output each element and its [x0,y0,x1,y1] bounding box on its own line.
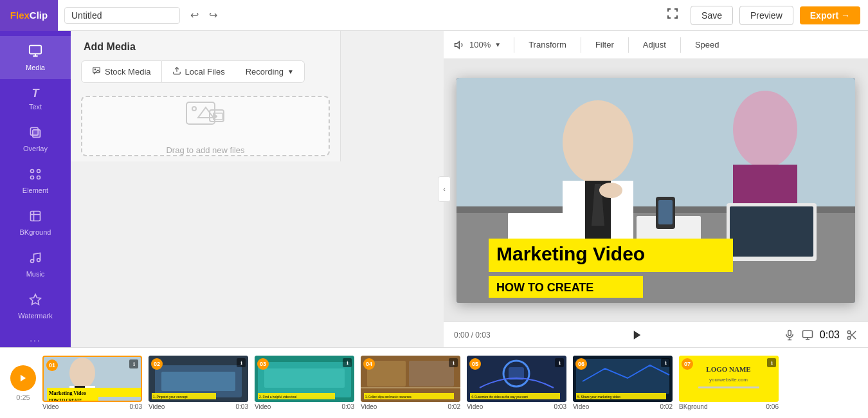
svg-marker-20 [455,41,460,48]
clip-7-info: BKground 0:06 [679,403,779,410]
timeline-clip-4[interactable]: 3. Collect clips and music resources 04 … [361,356,460,410]
sep3 [628,37,629,53]
music-icon [29,251,42,268]
clip-3-info-icon: ℹ [343,358,352,367]
undo-redo-group: ↩ ↪ [186,6,221,24]
save-button[interactable]: Save [691,6,733,25]
sep4 [680,37,681,53]
svg-point-12 [95,69,96,70]
video-frame: Marketing Video HOW TO CREATE [457,78,855,303]
svg-text:LOGO NAME: LOGO NAME [706,365,750,373]
svg-point-28 [599,183,622,198]
scissors-icon[interactable] [846,329,858,341]
clip-7-info-icon: ℹ [767,358,776,367]
local-files-tab[interactable]: Local Files [162,60,235,83]
redo-button[interactable]: ↪ [205,6,221,24]
svg-text:Marketing Video: Marketing Video [496,243,645,264]
svg-text:Marketing Video: Marketing Video [49,390,86,396]
clip-3-info: Video 0:03 [255,403,354,410]
play-icon [631,329,643,341]
svg-point-24 [563,100,633,184]
drop-zone-text: Drag to add new files [166,145,244,155]
sidebar-item-text[interactable]: T Text [0,79,71,118]
svg-rect-42 [788,330,791,335]
svg-text:4. Customize the video as the : 4. Customize the video as the way you wa… [471,395,529,399]
microphone-icon[interactable] [784,329,795,341]
svg-point-55 [69,358,95,388]
clip-2-num: 02 [151,358,163,370]
adjust-button[interactable]: Adjust [634,36,675,53]
sidebar-item-watermark[interactable]: Watermark [0,286,71,327]
timeline: 0:25 Marketing Video HOW TO CREATE 01 ℹ … [0,347,868,418]
sidebar-element-label: Element [23,186,48,194]
sidebar-item-more[interactable]: ··· More [0,327,71,347]
stock-media-tab[interactable]: Stock Media [81,60,162,83]
clip-5-num: 05 [469,358,481,370]
collapse-panel-button[interactable]: ‹ [438,176,451,202]
clip-4-thumb[interactable]: 3. Collect clips and music resources 04 … [361,356,460,402]
timeline-play-button[interactable] [10,365,36,391]
svg-marker-41 [634,331,641,340]
clip-5-thumb[interactable]: 4. Customize the video as the way you wa… [467,356,566,402]
sidebar-item-music[interactable]: Music [0,244,71,286]
timeline-clip-3[interactable]: 2. Find a helpful video tool 03 ℹ Video … [255,356,354,410]
filter-button[interactable]: Filter [586,36,623,53]
play-button[interactable] [627,325,647,345]
svg-line-51 [853,336,856,338]
clip-2-duration: 0:03 [236,403,248,410]
timeline-clip-7[interactable]: LOGO NAME yourwebsite.com 07 ℹ BKground … [679,356,779,410]
fullscreen-button[interactable] [661,5,684,26]
speed-button[interactable]: Speed [686,36,728,53]
clip-1-thumb[interactable]: Marketing Video HOW TO CREATE 01 ℹ [42,356,142,402]
svg-text:3. Collect clips and music res: 3. Collect clips and music resources [365,395,412,399]
transform-button[interactable]: Transform [520,36,575,53]
clip-7-label: BKground [679,403,707,410]
sidebar-item-element[interactable]: Element [0,160,71,202]
timeline-clip-6[interactable]: 5. Share your marketing video 06 ℹ Video… [573,356,673,410]
clip-6-thumb[interactable]: 5. Share your marketing video 06 ℹ [573,356,673,402]
time-display: 0:00 / 0:03 [454,331,491,340]
sidebar-watermark-label: Watermark [18,312,52,320]
clip-5-info-icon: ℹ [555,358,564,367]
clip-3-thumb[interactable]: 2. Find a helpful video tool 03 ℹ [255,356,354,402]
toolbar-bar: 100% ▼ Transform Filter Adjust Speed [444,31,868,59]
sidebar-bkground-label: BKground [20,228,51,236]
timeline-clip-1[interactable]: Marketing Video HOW TO CREATE 01 ℹ Video… [42,356,142,410]
svg-rect-64 [161,372,235,391]
clip-6-info-icon: ℹ [661,358,670,367]
element-icon [29,168,42,184]
stock-media-label: Stock Media [105,67,151,77]
clip-7-num: 07 [682,358,693,370]
export-button[interactable]: Export → [800,6,860,24]
sidebar-item-bkground[interactable]: BKground [0,202,71,244]
undo-button[interactable]: ↩ [186,6,203,24]
drop-zone[interactable]: Drag to add new files [81,96,330,156]
recording-tab[interactable]: Recording ▼ [235,60,305,83]
sidebar-item-media[interactable]: Media [0,36,71,79]
svg-point-6 [37,176,41,179]
local-files-label: Local Files [185,67,225,77]
sidebar-item-overlay[interactable]: Overlay [0,118,71,160]
title-input[interactable] [64,7,180,24]
clip-3-label: Video [255,403,271,410]
left-panel: Add Media Stock Media [71,31,341,161]
svg-rect-2 [33,130,41,138]
clip-1-label: Video [42,403,59,410]
svg-rect-34 [730,206,813,257]
timeline-clip-5[interactable]: 4. Customize the video as the way you wa… [467,356,566,410]
recording-label: Recording [246,67,284,77]
clip-4-info-icon: ℹ [449,358,458,367]
clip-7-thumb[interactable]: LOGO NAME yourwebsite.com 07 ℹ [679,356,779,402]
svg-point-4 [37,170,41,173]
clip-4-num: 04 [363,358,375,370]
screen-record-icon[interactable] [802,329,813,341]
preview-button[interactable]: Preview [739,6,793,25]
svg-rect-69 [264,368,345,388]
clip-7-duration: 0:06 [766,403,779,410]
more-icon: ··· [30,335,41,345]
timeline-play-area: 0:25 [10,365,36,401]
clip-2-info-icon: ℹ [237,358,246,367]
timeline-clip-2[interactable]: 1. Pinpoint your concept 02 ℹ Video 0:03 [149,356,248,410]
clip-2-thumb[interactable]: 1. Pinpoint your concept 02 ℹ [149,356,248,402]
logo: FlexClip [0,0,58,31]
